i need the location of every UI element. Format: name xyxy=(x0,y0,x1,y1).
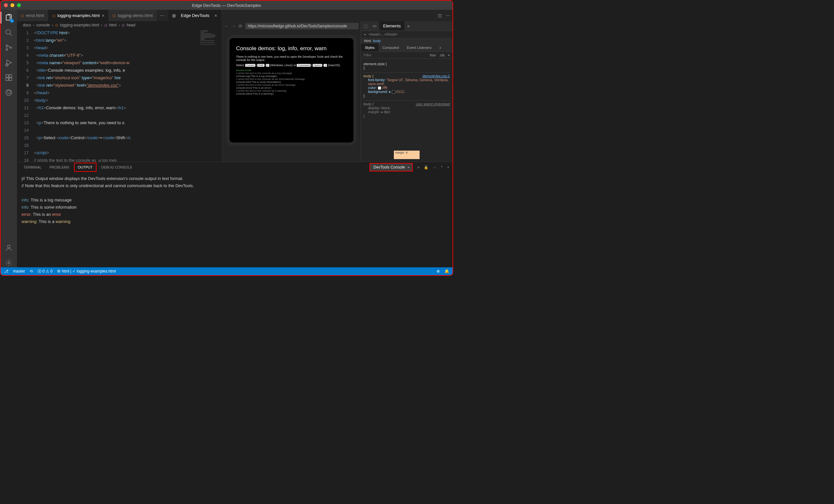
html-icon: ◇ xyxy=(112,13,116,18)
tab-edge-devtools[interactable]: ◎ Edge DevTools × xyxy=(168,10,221,21)
editor-tab-bar: ◇error.html ◇logging-examples.html× ◇log… xyxy=(17,10,453,21)
window-controls xyxy=(4,3,21,7)
html-icon: ◇ xyxy=(55,23,58,27)
tab-debug-console[interactable]: DEBUG CONSOLE xyxy=(98,163,136,171)
split-editor-icon[interactable]: ◫ xyxy=(438,13,442,18)
crumb[interactable]: logging-examples.html xyxy=(60,23,99,27)
svg-rect-9 xyxy=(6,78,8,81)
element-picker-icon[interactable]: ⬚ xyxy=(361,23,370,28)
branch-name[interactable]: master xyxy=(13,269,25,273)
reload-icon[interactable]: ⟳ xyxy=(239,23,243,29)
svg-rect-10 xyxy=(9,78,12,81)
device-toggle-icon[interactable]: ▭ xyxy=(370,23,379,28)
crumb[interactable]: html xyxy=(109,23,117,27)
css-rules[interactable]: element.style {} demostyles.css:1 body {… xyxy=(361,59,453,148)
settings-icon[interactable] xyxy=(4,258,13,267)
breadcrumb[interactable]: docs› console› ◇logging-examples.html› ◇… xyxy=(17,21,222,29)
tab-output[interactable]: OUTPUT xyxy=(74,163,96,172)
crumb[interactable]: docs xyxy=(23,23,31,27)
branch-icon[interactable]: ⎇ xyxy=(4,269,8,273)
html-icon: ◇ xyxy=(52,13,56,18)
line-numbers: 123456789101112131415161718 xyxy=(17,29,34,162)
explorer-badge: 1 xyxy=(10,19,14,23)
close-icon[interactable]: × xyxy=(215,13,217,18)
scm-icon[interactable] xyxy=(4,43,13,52)
maximize-panel-icon[interactable]: ^ xyxy=(441,165,442,169)
box-model[interactable]: margin8 xyxy=(361,148,453,162)
tab-computed[interactable]: Computed xyxy=(378,44,403,51)
crumb[interactable]: head xyxy=(127,23,135,27)
page-p2: Select Control+Shift+J (Windows, Linux) … xyxy=(236,64,347,67)
output-channel-dropdown[interactable]: DevTools Console xyxy=(369,163,413,172)
activity-bar: 1 xyxy=(1,10,17,267)
rendered-page: Console demos: log, info, error, warn Th… xyxy=(233,41,350,99)
tab-logging-examples[interactable]: ◇logging-examples.html× xyxy=(48,10,109,21)
tab-logging-demo[interactable]: ◇logging-demo.html xyxy=(109,10,157,21)
minimize-window[interactable] xyxy=(10,3,14,7)
inspector-column: ⬚ ▭ Elements » ▸ <head>…</head> html bod… xyxy=(361,21,453,162)
more-tabs-icon[interactable]: » xyxy=(404,23,412,28)
svg-line-1 xyxy=(10,34,12,36)
minimap[interactable] xyxy=(199,29,222,162)
edge-icon: ◎ xyxy=(172,13,176,18)
tab-overflow[interactable]: ⋯ xyxy=(157,10,168,21)
code-editor-pane: docs› console› ◇logging-examples.html› ◇… xyxy=(17,21,222,162)
crumb[interactable]: console xyxy=(36,23,49,27)
forward-icon[interactable]: → xyxy=(232,23,236,29)
dom-tree[interactable]: ▸ <head>…</head> xyxy=(361,31,453,38)
hov-toggle[interactable]: :hov xyxy=(429,53,436,57)
page-code: Source Code // prints the text to the co… xyxy=(236,69,347,95)
edge-icon[interactable] xyxy=(4,88,13,97)
tab-elements[interactable]: Elements xyxy=(379,21,404,31)
account-icon[interactable] xyxy=(4,243,13,252)
devtools-pane: ← → ⟳ Console demos: log, info, error, w… xyxy=(222,21,453,162)
tab-terminal[interactable]: TERMINAL xyxy=(20,163,45,171)
close-panel-icon[interactable]: × xyxy=(447,165,449,169)
notifications-icon[interactable]: 🔔 xyxy=(444,269,449,273)
search-icon[interactable] xyxy=(4,28,13,37)
css-rule[interactable]: demostyles.css:1 body { font-family: 'Se… xyxy=(364,72,450,98)
feedback-icon[interactable]: ⊕ xyxy=(437,269,440,273)
css-rule[interactable]: user agent stylesheet body { display: bl… xyxy=(364,101,450,118)
more-tabs-icon[interactable]: » xyxy=(436,44,445,51)
close-window[interactable] xyxy=(4,3,8,7)
zoom-window[interactable] xyxy=(17,3,21,7)
tab-label: error.html xyxy=(26,13,44,18)
source-link[interactable]: demostyles.css:1 xyxy=(422,74,450,78)
styles-filter-input[interactable] xyxy=(364,53,426,57)
problems-status[interactable]: ⓧ 0 ⚠ 0 xyxy=(38,269,52,274)
url-input[interactable] xyxy=(245,23,359,29)
status-bar: ⎇master ⟲ ⓧ 0 ⚠ 0 ⚙ html | ✓ logging-exa… xyxy=(1,267,453,275)
tab-event-listeners[interactable]: Event Listeners xyxy=(403,44,436,51)
editor-body[interactable]: 123456789101112131415161718 <!DOCTYPE ht… xyxy=(17,29,222,162)
language-status[interactable]: ⚙ html | ✓ logging-examples.html xyxy=(57,269,116,273)
extensions-icon[interactable] xyxy=(4,73,13,82)
more-actions-icon[interactable]: ⋯ xyxy=(446,13,450,18)
dom-breadcrumb[interactable]: html body xyxy=(361,38,453,44)
css-rule[interactable]: element.style {} xyxy=(364,61,450,70)
output-line: // Note that this feature is only unidir… xyxy=(22,182,448,190)
settings-icon[interactable]: ≡ xyxy=(417,165,419,169)
back-icon[interactable]: ← xyxy=(224,23,229,29)
add-rule-icon[interactable]: + xyxy=(448,53,450,57)
clear-icon[interactable]: 🔓 xyxy=(424,165,429,170)
output-body[interactable]: |// This Output window displays the DevT… xyxy=(17,172,453,267)
tab-error-html[interactable]: ◇error.html xyxy=(17,10,48,21)
sync-icon[interactable]: ⟲ xyxy=(30,269,33,273)
explorer-icon[interactable]: 1 xyxy=(4,13,13,22)
page-h1: Console demos: log, info, error, warn xyxy=(236,45,347,52)
tab-label: logging-examples.html xyxy=(58,13,100,18)
tab-problems[interactable]: PROBLEMS xyxy=(46,163,73,171)
tab-styles[interactable]: Styles xyxy=(361,44,378,51)
close-icon[interactable]: × xyxy=(102,13,104,18)
cls-toggle[interactable]: .cls xyxy=(439,53,445,57)
svg-marker-5 xyxy=(7,60,12,65)
symbol-icon: ◇ xyxy=(104,23,107,27)
code-content[interactable]: <!DOCTYPE html> <html lang="en"> <head> … xyxy=(34,29,222,162)
page-p1: There is nothing to see here, you need t… xyxy=(236,55,347,62)
debug-icon[interactable] xyxy=(4,58,13,67)
svg-point-0 xyxy=(6,30,10,34)
doc-icon[interactable]: ▭ xyxy=(433,165,436,170)
styles-tabs: Styles Computed Event Listeners » xyxy=(361,44,453,52)
html-icon: ◇ xyxy=(21,13,24,18)
